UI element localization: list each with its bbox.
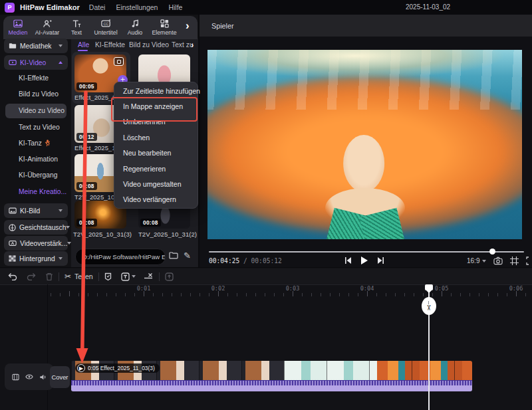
eye-visibility-icon[interactable] [25, 373, 33, 380]
player-right-controls: 16:9 [467, 256, 532, 265]
player-title: Spieler [211, 22, 234, 30]
delete-button[interactable] [45, 272, 53, 281]
current-time: 00:04:25 [209, 257, 239, 264]
dancer-icon [45, 140, 51, 147]
sidebar-item-ki-animation[interactable]: KI-Animation [19, 155, 58, 163]
play-button[interactable] [360, 256, 368, 265]
undo-button[interactable] [8, 272, 17, 280]
sidebar-item-ki-video[interactable]: KI-Video [4, 55, 68, 70]
track-gutter-divider [47, 284, 48, 410]
tab-untertitel[interactable]: CC Untertitel [91, 19, 120, 36]
media-path-value: D:/HitPaw Software/HitPaw Edi... [82, 253, 166, 260]
export-clip-button[interactable] [165, 272, 174, 281]
cut-dash-line [428, 301, 430, 304]
media-tab-bild-zu-video[interactable]: Bild zu Video [129, 41, 169, 49]
aspect-ratio-selector[interactable]: 16:9 [467, 257, 486, 264]
ruler-label: 0:03 [283, 285, 303, 292]
redo-button[interactable] [27, 272, 36, 280]
chevron-down-icon [66, 226, 70, 229]
playhead-handle[interactable] [425, 284, 433, 290]
media-tab-ki-effekte[interactable]: KI-Effekte [95, 41, 125, 49]
sidebar-item-text-zu-video[interactable]: Text zu Video [19, 124, 60, 131]
sidebar-item-ki-uebergang[interactable]: KI-Übergang [19, 171, 57, 179]
sidebar-item-gesichtstausch[interactable]: Gesichtstausch [4, 220, 68, 235]
text-tool-button[interactable] [121, 272, 136, 281]
mute-track-button[interactable] [144, 272, 154, 280]
sidebar-item-ki-tanz[interactable]: KI-Tanz [19, 140, 51, 147]
split-button[interactable]: ✂ Teilen [65, 272, 93, 281]
player-controls [344, 256, 384, 265]
chevron-down-icon [59, 209, 63, 212]
sidebar-item-bild-zu-video[interactable]: Bild zu Video [19, 90, 59, 98]
svg-text:CC: CC [103, 22, 108, 26]
chevron-down-icon [59, 257, 63, 260]
tab-audio[interactable]: Audio [120, 19, 150, 36]
menu-item-regenerieren[interactable]: Regenerieren [114, 161, 198, 176]
media-item-caption: T2V_2025_10_31(3) [73, 231, 132, 238]
video-content-face [343, 135, 384, 192]
toolbar-divider [159, 272, 160, 281]
project-name: 2025-11-03_02 [406, 3, 450, 11]
speaker-icon[interactable] [39, 373, 47, 381]
tab-elemente[interactable]: Elemente [150, 19, 179, 36]
sidebar-item-ki-bild[interactable]: KI-Bild [4, 203, 68, 218]
player-progress-bar[interactable] [209, 251, 524, 253]
sidebar-item-meine-kreationen[interactable]: Meine Kreatio... [19, 188, 66, 195]
menu-datei[interactable]: Datei [89, 3, 106, 11]
menu-einstellungen[interactable]: Einstellungen [116, 3, 158, 11]
sidebar-item-videoverstaerker[interactable]: Videoverstärk... [4, 236, 68, 251]
marker-button[interactable] [104, 272, 112, 281]
menu-item-neu-bearbeiten[interactable]: Neu bearbeiten [114, 146, 198, 161]
ribbon-more-chevron-icon[interactable]: › [186, 19, 190, 33]
tab-ai-avatar[interactable]: AI-Avatar [33, 19, 62, 36]
clip-label-badge: ▶ 0:05 Effect_2025_11_03(3) [75, 363, 160, 373]
subtitles-icon: CC [101, 19, 111, 28]
menu-item-video-umgestalten[interactable]: Video umgestalten [114, 176, 198, 191]
folder-icon [9, 43, 17, 49]
sidebar-item-hintergrund[interactable]: Hintergrund [4, 251, 68, 266]
menu-item-video-verlaengern[interactable]: Video verlängern [114, 192, 198, 207]
playhead-split-scissors-button[interactable]: ✂ [422, 297, 436, 315]
video-preview[interactable] [207, 50, 522, 239]
sidebar-item-ki-effekte[interactable]: KI-Effekte [19, 74, 49, 82]
edit-pencil-icon[interactable]: ✎ [184, 251, 191, 260]
menu-item-zur-zeitleiste[interactable]: Zur Zeitleiste hinzufügen [114, 83, 198, 98]
media-tab-text-zu[interactable]: Text zu [172, 41, 194, 49]
snapshot-camera-icon[interactable] [493, 256, 503, 265]
menu-bar: Datei Einstellungen Hilfe [89, 3, 183, 11]
red-highlight-box [111, 97, 198, 122]
chevron-down-icon [132, 275, 136, 278]
media-tab-alle[interactable]: Alle [78, 41, 89, 49]
fullscreen-icon[interactable] [526, 256, 532, 265]
menu-item-loeschen[interactable]: Löschen [114, 130, 198, 145]
next-frame-button[interactable] [377, 256, 384, 264]
image-icon [9, 207, 17, 214]
sidebar-item-video-zu-video[interactable]: Video zu Video [19, 107, 65, 114]
video-content-light [207, 50, 522, 110]
open-folder-icon[interactable] [169, 251, 178, 259]
tab-medien[interactable]: Medien [3, 19, 33, 36]
player-header: Spieler [200, 15, 532, 37]
player-time: 00:04:25 / 00:05:12 [209, 257, 282, 264]
ribbon-tabs: Medien AI-Avatar Text CC Untertitel Audi… [3, 16, 198, 39]
video-enhance-icon [9, 240, 17, 247]
elements-icon [160, 19, 169, 28]
audio-icon [131, 19, 140, 28]
film-track-icon[interactable] [12, 373, 19, 381]
media-icon [13, 19, 23, 28]
face-swap-icon [9, 224, 16, 231]
media-tabs-more-chevron-icon[interactable]: › [191, 40, 194, 50]
text-icon [72, 19, 81, 28]
ruler-label: 0:01 [134, 285, 154, 292]
chevron-up-icon [59, 61, 63, 64]
scissors-icon: ✂ [426, 304, 432, 310]
player-progress-knob[interactable] [489, 249, 495, 255]
cover-button[interactable]: Cover [50, 366, 70, 388]
sidebar-item-mediathek[interactable]: Mediathek [4, 39, 68, 53]
previous-frame-button[interactable] [344, 256, 352, 264]
menu-hilfe[interactable]: Hilfe [168, 3, 182, 11]
tab-text[interactable]: Text [62, 19, 91, 36]
media-path-field[interactable]: D:/HitPaw Software/HitPaw Edi... [75, 249, 166, 265]
grid-crop-icon[interactable] [510, 256, 519, 265]
timeline-clip[interactable]: ▶ 0:05 Effect_2025_11_03(3) [71, 361, 472, 391]
